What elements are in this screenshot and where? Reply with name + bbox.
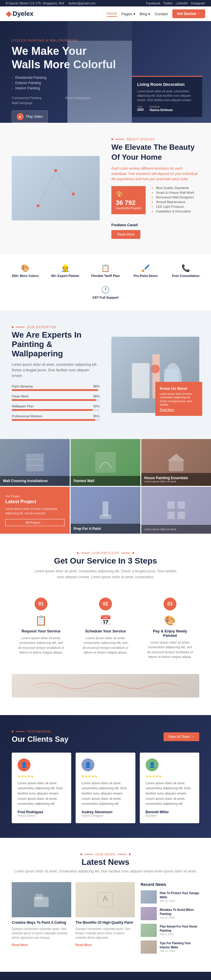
play-video-button[interactable]: ▶ Play Video — [12, 110, 48, 123]
know-us-card: Know Us More! Lorem ipsum dolor sit amet… — [155, 382, 202, 416]
feature-demo: 🖌️ Pre-Paint Demo — [126, 261, 165, 282]
topbar-address: 8 Garner Street 119 179, Singapore, Ref — [6, 2, 64, 5]
recent-text-3: Plan Ahead For Your Home Painting Feb 5,… — [160, 924, 199, 936]
svg-point-2 — [54, 169, 57, 172]
about-section-label: About Dyelex — [127, 137, 155, 141]
social-twitter[interactable]: Twitter — [163, 2, 173, 5]
recent-item-2: Mistakes To Avoid When Painting Jan 22, … — [141, 907, 199, 920]
svg-line-0 — [38, 170, 56, 206]
test-role-3: Architect — [146, 814, 194, 817]
project-wall-covering[interactable]: Wall Covering Installations — [0, 439, 70, 486]
news-img-1 — [12, 882, 71, 917]
news-read-more-2[interactable]: Read More — [76, 943, 92, 947]
deco-dot-3 — [77, 552, 79, 554]
hero-card-meta: Year 2020 Designer Hanna Dellman — [137, 105, 197, 111]
nav-home[interactable]: Home — [107, 11, 117, 17]
project-house-painting[interactable]: House Painting Essentials Lorem ipsum do… — [141, 439, 211, 486]
project-svg-1 — [23, 451, 47, 474]
project-title-1: Wall Covering Installations — [3, 479, 67, 483]
step-icon-2: 📅 — [82, 615, 129, 626]
testimonials-cards: 👤 ★★★★★ Lorem ipsum dolor sit amet, cons… — [12, 752, 199, 823]
step-desc-2: Lorem ipsum dolor sit amet, consectetur … — [82, 636, 129, 655]
test-avatar-1: 👤 — [17, 759, 30, 772]
nav-pages[interactable]: Pages ▾ — [121, 12, 135, 16]
logo[interactable]: ◆ Dyelex — [6, 10, 33, 18]
nav-contact[interactable]: Contact — [155, 12, 168, 16]
about-section: About Dyelex We Elevate The Beauty Of Yo… — [0, 123, 211, 253]
recent-date-2: Jan 22, 2023 — [160, 916, 199, 919]
project-extra[interactable]: Lorem ipsum dolor sit amet. — [141, 487, 211, 534]
test-name-1: Fred Rodriguez — [17, 810, 65, 814]
deco-dot-4 — [12, 730, 13, 732]
test-stars-3: ★★★★★ — [146, 774, 194, 778]
know-us-link[interactable]: Read More — [160, 408, 198, 412]
project-painted-wall[interactable]: Painted Wall — [71, 439, 140, 486]
test-role-1: House Owner — [17, 814, 65, 817]
topbar: 8 Garner Street 119 179, Singapore, Ref … — [0, 0, 211, 6]
about-read-more-button[interactable]: Read More — [111, 230, 140, 239]
hero-card-year: Year 2020 — [137, 105, 144, 111]
news-svg-1 — [33, 891, 50, 908]
news-read-more-1[interactable]: Read More — [12, 943, 28, 947]
project-prep-paint[interactable]: Prep For A Paint — [71, 487, 140, 534]
about-title: We Elevate The Beauty Of Your Home — [111, 142, 199, 162]
recent-date-4: Feb 12, 2023 — [160, 950, 199, 953]
expertise-content: Our Expertise We Are Experts In Painting… — [12, 325, 100, 425]
skill-fill — [12, 399, 96, 401]
recent-news-title: Recent News — [141, 882, 199, 887]
social-linkedin[interactable]: LinkedIn — [176, 2, 188, 5]
deco-dash-5 — [84, 854, 93, 854]
recent-text-4: Tips For Painting Your Interior Walls Fe… — [160, 941, 199, 953]
testimonial-card-1: 👤 ★★★★★ Lorem ipsum dolor sit amet, cons… — [12, 752, 71, 823]
social-instagram[interactable]: Instagram — [191, 2, 205, 5]
recent-text-2: Mistakes To Avoid When Painting Jan 22, … — [160, 908, 199, 919]
test-role-2: Interior Designer — [81, 814, 129, 817]
projects-grid: Wall Covering Installations Painted Wall — [0, 439, 211, 534]
project-svg-5 — [94, 498, 117, 522]
news-section-label: Our News — [95, 853, 116, 856]
feature-plan: 📋 Flexible Tariff Plan — [86, 261, 125, 282]
topbar-email: dyelex@gmail.com — [68, 2, 95, 5]
svg-rect-24 — [35, 894, 43, 900]
step-number-2: 02 — [99, 598, 112, 611]
hero-card-designer: Designer Hanna Dellman — [149, 105, 173, 111]
nav-cta-button[interactable]: Get Started → — [172, 10, 205, 18]
feature-item: Renowned Wall Designers — [152, 196, 194, 199]
news-title: Latest News — [12, 858, 199, 867]
view-all-button[interactable]: View All Team → — [163, 732, 199, 741]
nav-blog[interactable]: Blog ▾ — [140, 12, 151, 16]
deco-dash-4 — [16, 731, 25, 732]
hero-grid-item: Commercial Painting — [12, 96, 64, 100]
project-svg-2 — [94, 451, 117, 474]
svg-rect-22 — [178, 512, 185, 519]
social-facebook[interactable]: Facebook — [146, 2, 160, 5]
deco-dash-5b — [118, 854, 127, 854]
test-text-2: Lorem ipsum dolor sit amet, consectetur … — [81, 781, 129, 807]
expertise-label-deco: Our Expertise — [12, 325, 100, 329]
features-grid: 🎨 250+ More Colors 👷 80+ Expert Painter … — [6, 261, 205, 282]
news-title-2: The Benefits Of High-Quality Paint — [76, 920, 135, 925]
skill-workers: Professional Workers 95% — [12, 414, 100, 421]
process-step-2: 02 📅 Schedule Your Service Lorem ipsum d… — [76, 592, 135, 665]
skill-fill — [12, 389, 98, 391]
all-projects-button[interactable]: All Project → — [5, 519, 65, 526]
recent-title-1: How To Protect Your Garage Walls — [160, 891, 199, 899]
about-stats-box: 🎨 36 792 Successful Projects — [111, 186, 146, 214]
project-desc-6: Lorem ipsum dolor sit amet. — [144, 528, 208, 531]
test-stars-2: ★★★★★ — [81, 774, 129, 778]
process-step-3: 03 🎨 Pay & Enjoy Newly Painted Lorem ips… — [141, 592, 199, 665]
logo-icon: ◆ — [6, 10, 11, 18]
topbar-contact: 8 Garner Street 119 179, Singapore, Ref … — [6, 2, 95, 5]
project-title-3: House Painting Essentials — [144, 476, 208, 480]
deco-dash-3b — [121, 553, 130, 553]
project-card-desc: Lorem ipsum dolor sit amet, consectetur … — [5, 507, 65, 515]
hero-card-title: Living Room Decoration — [137, 82, 197, 87]
expertise-description: Lorem ipsum dolor sit amet, consectetur … — [12, 362, 100, 379]
process-label-deco: Our Process — [12, 551, 199, 555]
skill-name: Wallpaper Plan — [12, 404, 33, 408]
about-image — [12, 156, 100, 220]
deco-dot-5 — [80, 853, 82, 855]
stats-label: Successful Projects — [116, 207, 141, 210]
recent-img-4 — [141, 940, 157, 954]
test-name-2: Audrey Stevenson — [81, 810, 129, 814]
